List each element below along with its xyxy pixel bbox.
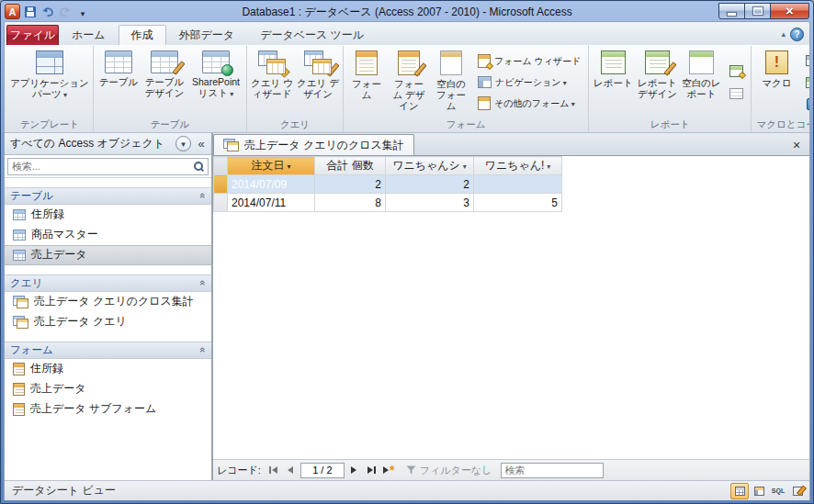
design-view-button[interactable] [788,483,807,499]
cell-selected[interactable]: 2014/07/09 [228,175,315,194]
nav-item-form-sales-data[interactable]: 売上データ [5,379,211,399]
filter-dropdown-icon[interactable] [460,159,467,172]
button-label: クエリ デザイン [297,77,339,99]
report-icon [601,50,626,74]
tab-file[interactable]: ファイル [6,25,59,45]
nav-item-form-address-book[interactable]: 住所録 [5,359,211,379]
tab-external-data[interactable]: 外部データ [166,25,248,45]
nav-item-query-crosstab[interactable]: 売上データ クエリのクロス集計 [5,292,211,312]
button-label: レポート デザイン [637,77,677,99]
row-selector[interactable] [214,194,228,212]
module-button[interactable] [801,50,809,70]
pivottable-view-button[interactable] [750,483,768,499]
tab-create[interactable]: 作成 [119,25,166,45]
save-button[interactable] [22,4,39,20]
row-selector[interactable] [214,175,228,194]
navpane-menu-button[interactable] [175,136,191,151]
first-record-button[interactable] [266,463,281,478]
document-tab-crosstab-query[interactable]: 売上データ クエリのクロス集計 [213,134,414,155]
blank-report-button[interactable]: 空白のレポート [679,47,723,118]
column-header-total-count[interactable]: 合計 個数 [315,157,386,175]
undo-button[interactable] [40,4,56,20]
form-button[interactable]: フォーム [345,47,388,118]
datasheet-view-button[interactable] [730,483,749,499]
cell[interactable]: 2 [315,175,386,194]
access-app-icon[interactable] [5,4,20,19]
cell[interactable]: 5 [474,194,562,212]
tab-database-tools[interactable]: データベース ツール [247,25,377,45]
macro-button[interactable]: マクロ [753,47,799,118]
navigation-button[interactable]: ナビゲーション [474,73,584,92]
section-header-tables[interactable]: テーブル [5,187,211,205]
table-design-icon [151,50,178,73]
previous-record-button[interactable] [283,463,299,478]
report-design-button[interactable]: レポート デザイン [635,47,679,118]
table-design-button[interactable]: テーブル デザイン [141,47,187,118]
close-button[interactable] [770,3,809,19]
nav-item-label: 売上データ [31,247,87,263]
form-design-button[interactable]: フォーム デザイン [388,47,430,118]
titlebar: Database1 : データベース (Access 2007 - 2010) … [4,1,810,21]
visual-basic-button[interactable] [801,95,809,114]
search-input[interactable] [7,158,209,175]
filter-status[interactable]: フィルターなし [406,464,492,477]
nav-item-table-address-book[interactable]: 住所録 [5,205,211,225]
more-forms-button[interactable]: その他のフォーム [474,95,584,113]
navpane-collapse-button[interactable] [194,137,209,151]
nav-item-table-sales-data[interactable]: 売上データ [5,245,211,265]
minimize-button[interactable] [718,3,745,19]
tab-home[interactable]: ホーム [59,25,119,45]
search-icon[interactable] [194,162,203,171]
close-document-button[interactable] [789,138,804,152]
datasheet-table: 注文日 合計 個数 ワニちゃんシ ワニちゃん! [213,156,562,212]
maximize-button[interactable] [744,3,771,19]
cell[interactable]: 2 [386,175,474,194]
table-button[interactable]: テーブル [96,47,141,118]
ribbon-group-tables: テーブル テーブル デザイン SharePoint リスト テーブル [94,46,247,132]
window-controls [719,3,809,19]
column-label: ワニちゃんシ [392,159,460,172]
quick-access-toolbar [22,4,91,20]
class-module-button[interactable] [801,73,809,92]
help-button[interactable] [790,28,804,41]
new-record-button[interactable] [381,463,397,478]
qat-customize-button[interactable] [74,4,91,20]
column-header-order-date[interactable]: 注文日 [228,157,315,175]
query-design-button[interactable]: クエリ デザイン [295,47,341,118]
nav-item-query-sales[interactable]: 売上データ クエリ [5,312,211,332]
column-header-wani-s[interactable]: ワニちゃんシ [386,157,474,175]
form-wizard-button[interactable]: フォーム ウィザード [474,52,584,71]
nav-item-table-product-master[interactable]: 商品マスター [5,225,211,245]
nav-item-form-sales-subform[interactable]: 売上データ サブフォーム [5,399,211,420]
cell[interactable]: 3 [386,194,474,212]
cell[interactable] [474,175,562,194]
record-search-input[interactable] [501,463,604,478]
sharepoint-lists-button[interactable]: SharePoint リスト [187,47,244,118]
record-navigation-bar: レコード: フィルターなし [213,459,809,480]
close-icon [786,3,794,19]
ribbon-group-reports: レポート レポート デザイン 空白のレポート [589,46,752,132]
redo-button[interactable] [57,4,73,20]
column-header-wani-n[interactable]: ワニちゃん! [474,157,562,175]
filter-dropdown-icon[interactable] [284,159,290,172]
section-name: テーブル [10,189,200,203]
report-wizard-button[interactable] [725,62,747,81]
labels-button[interactable] [725,84,747,103]
application-parts-button[interactable]: アプリケーション パーツ [8,47,91,118]
section-header-queries[interactable]: クエリ [5,274,211,292]
cell[interactable]: 8 [315,194,386,212]
sql-view-button[interactable]: SQL [769,483,787,499]
next-record-button[interactable] [346,463,362,478]
cell[interactable]: 2014/07/11 [228,194,315,212]
blank-form-button[interactable]: 空白のフォーム [430,47,472,118]
query-wizard-button[interactable]: クエリ ウィザード [249,47,295,118]
section-header-forms[interactable]: フォーム [5,342,211,359]
minimize-ribbon-button[interactable] [781,30,786,39]
select-all-corner[interactable] [214,157,228,175]
report-button[interactable]: レポート [591,47,635,118]
nav-item-label: 住所録 [31,207,64,222]
filter-dropdown-icon[interactable] [544,159,550,172]
button-label: レポート [594,77,633,88]
record-position-input[interactable] [300,463,345,478]
last-record-button[interactable] [364,463,379,478]
